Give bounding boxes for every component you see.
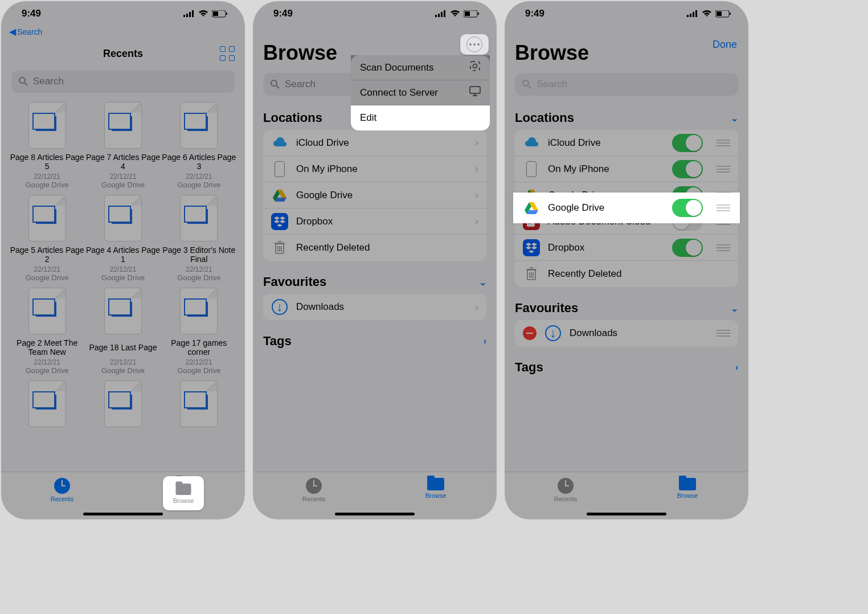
file-title: Page 18 Last Page <box>89 338 157 357</box>
svg-rect-2 <box>189 12 191 17</box>
chevron-right-icon: › <box>475 163 478 175</box>
file-item[interactable]: Page 4 Articles Page 122/12/21Google Dri… <box>85 195 161 282</box>
folder-icon <box>176 484 191 495</box>
file-item[interactable]: Page 17 games corner22/12/21Google Drive <box>161 288 237 375</box>
view-toggle-button[interactable] <box>220 46 235 61</box>
toggle[interactable] <box>672 134 703 152</box>
google-drive-icon <box>271 187 288 204</box>
file-thumbnail-icon <box>28 195 66 241</box>
svg-point-44 <box>523 80 529 86</box>
drag-handle-icon[interactable] <box>716 166 730 173</box>
file-item[interactable]: Page 18 Last Page22/12/21Google Drive <box>85 288 161 375</box>
svg-marker-50 <box>531 243 537 246</box>
remove-button[interactable] <box>523 326 537 340</box>
section-title: Tags <box>263 334 292 349</box>
file-item[interactable] <box>9 380 85 431</box>
nav-bar: Recents <box>1 37 245 64</box>
file-title: Page 3 Editor's Note Final <box>161 245 237 264</box>
search-placeholder: Search <box>285 79 316 90</box>
toggle[interactable] <box>672 160 703 178</box>
row-label: Downloads <box>570 328 703 339</box>
drag-handle-icon[interactable] <box>716 244 730 251</box>
icloud-icon <box>523 134 540 152</box>
location-recently-deleted[interactable]: Recently Deleted › <box>263 235 486 261</box>
svg-rect-39 <box>693 12 694 17</box>
file-title: Page 8 Articles Page 5 <box>9 152 85 171</box>
svg-rect-11 <box>441 12 443 17</box>
wifi-icon <box>702 10 712 17</box>
file-item[interactable]: Page 7 Articles Page 422/12/21Google Dri… <box>85 102 161 189</box>
section-title: Tags <box>515 360 543 375</box>
toggle[interactable] <box>672 239 703 257</box>
row-label: Google Drive <box>548 202 664 214</box>
search-input[interactable]: Search <box>11 70 235 93</box>
google-drive-icon <box>523 199 540 216</box>
file-item[interactable] <box>85 380 161 431</box>
file-thumbnail-icon <box>28 288 66 334</box>
file-location: Google Drive <box>26 366 69 375</box>
section-header[interactable]: Tags › <box>515 351 738 379</box>
home-indicator[interactable] <box>83 513 163 515</box>
chevron-right-icon: › <box>475 301 478 313</box>
file-thumbnail-icon <box>104 195 142 241</box>
menu-scan-documents[interactable]: Scan Documents <box>351 55 490 80</box>
menu-edit[interactable]: Edit <box>351 105 490 130</box>
done-button[interactable]: Done <box>713 39 737 51</box>
section-title: Favourites <box>263 275 326 289</box>
chevron-right-icon: › <box>475 215 478 227</box>
wifi-icon <box>198 10 208 17</box>
file-item[interactable]: Page 8 Articles Page 522/12/21Google Dri… <box>9 102 85 189</box>
svg-marker-23 <box>274 220 280 223</box>
favourite-downloads[interactable]: ↓ Downloads › <box>263 294 486 320</box>
drag-handle-icon[interactable] <box>716 140 730 146</box>
drag-handle-icon[interactable] <box>716 330 730 337</box>
row-label: Google Drive <box>296 190 467 201</box>
home-indicator[interactable] <box>587 513 666 515</box>
status-indicators <box>687 10 731 18</box>
location-on-my-iphone[interactable]: On My iPhone › <box>263 156 486 182</box>
svg-rect-12 <box>444 10 445 17</box>
drag-handle-icon[interactable] <box>716 204 730 211</box>
highlight-browse-tab[interactable]: Browse <box>163 476 204 510</box>
toggle[interactable] <box>672 199 703 217</box>
menu-connect-server[interactable]: Connect to Server <box>351 80 490 105</box>
tab-label: Browse <box>425 492 447 499</box>
svg-rect-1 <box>186 14 188 17</box>
section-header[interactable]: Favourites ⌄ <box>515 292 738 320</box>
section-header[interactable]: Favourites ⌄ <box>263 265 486 294</box>
edit-row-icloud: iCloud Drive <box>515 130 738 156</box>
page-title: Recents <box>1 48 245 60</box>
file-title: Page 4 Articles Page 1 <box>85 245 161 264</box>
clock-icon <box>558 478 574 494</box>
file-item[interactable] <box>161 380 237 431</box>
file-date: 22/12/21 <box>34 265 60 273</box>
downloads-icon: ↓ <box>271 298 288 316</box>
location-icloud[interactable]: iCloud Drive › <box>263 130 486 156</box>
highlight-google-drive-row[interactable]: Google Drive <box>515 194 738 222</box>
chevron-right-icon: › <box>475 137 478 149</box>
svg-marker-21 <box>274 216 280 220</box>
file-location: Google Drive <box>177 366 220 375</box>
file-item[interactable]: Page 2 Meet The Team New22/12/21Google D… <box>9 288 85 375</box>
svg-point-33 <box>473 64 477 68</box>
section-header[interactable]: Locations ⌄ <box>515 101 738 130</box>
trash-icon <box>523 265 540 283</box>
location-dropbox[interactable]: Dropbox › <box>263 208 486 235</box>
section-title: Locations <box>515 110 574 125</box>
wifi-icon <box>450 10 460 17</box>
back-to-search[interactable]: ◀ Search <box>1 26 245 37</box>
file-thumbnail-icon <box>104 288 142 334</box>
menu-label: Edit <box>360 112 376 124</box>
file-thumbnail-icon <box>28 102 66 149</box>
file-item[interactable]: Page 3 Editor's Note Final22/12/21Google… <box>161 195 237 282</box>
file-item[interactable]: Page 6 Articles Page 322/12/21Google Dri… <box>161 102 237 189</box>
file-location: Google Drive <box>101 366 145 375</box>
more-button[interactable] <box>460 34 489 55</box>
home-indicator[interactable] <box>335 513 415 515</box>
section-header[interactable]: Tags › <box>263 325 486 353</box>
file-date: 22/12/21 <box>110 265 137 273</box>
file-date: 22/12/21 <box>34 358 60 366</box>
location-google-drive[interactable]: Google Drive › <box>263 182 486 208</box>
file-item[interactable]: Page 5 Articles Page 222/12/21Google Dri… <box>9 195 85 282</box>
favourites-list: ↓ Downloads › <box>263 294 486 320</box>
